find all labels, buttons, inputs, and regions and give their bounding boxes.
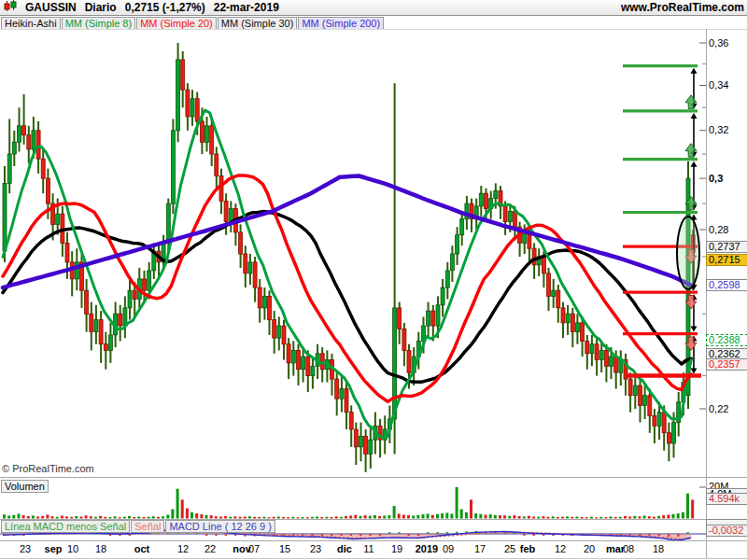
- volume-pane-label[interactable]: Volumen: [1, 480, 49, 493]
- x-axis-tick-label: 19: [381, 543, 413, 554]
- x-axis-tick-label: 22: [194, 543, 226, 554]
- price-level-label-02598[interactable]: 0,2598: [706, 279, 747, 291]
- y-axis-tick-label: 0,34: [709, 79, 728, 91]
- y-axis-tick-label: 0,36: [709, 37, 728, 49]
- x-axis-tick-label: 15: [269, 543, 301, 554]
- macd-legend-item[interactable]: Línea MACD menos Señal: [1, 520, 130, 533]
- x-axis-tick-label: 18: [642, 543, 674, 554]
- x-axis-tick-label: 23: [9, 543, 41, 554]
- prorealtime-chart-window: GAUSSIN Diario 0,2715 (-1,27%) 22-mar-20…: [0, 0, 747, 560]
- macd-last-value-label: -0,0032: [706, 525, 747, 537]
- y-axis-tick-label: 0,32: [709, 124, 728, 135]
- y-axis-tick-label: 0,3: [709, 173, 723, 184]
- price-level-label-02357[interactable]: 0,2357: [706, 358, 747, 371]
- macd-legend-item[interactable]: MACD Line ( 12 26 9 ): [165, 520, 275, 533]
- x-axis-tick-label: oct: [126, 543, 158, 554]
- x-axis-tick-label: feb: [512, 543, 543, 554]
- price-chart-canvas[interactable]: [0, 0, 747, 560]
- x-axis-tick-label: 10: [57, 543, 89, 554]
- price-level-label-02715[interactable]: 0,2715: [706, 254, 747, 266]
- price-level-label-02388[interactable]: 0.2388: [706, 334, 747, 346]
- x-axis-tick-label: 17: [464, 543, 496, 554]
- y-axis-tick-label: 0,28: [709, 224, 728, 235]
- x-axis-tick-label: 23: [300, 543, 331, 554]
- x-axis-tick-label: 12: [544, 543, 576, 554]
- copyright-watermark: © ProRealTime.com: [2, 463, 94, 474]
- macd-pane-legend: Línea MACD menos SeñalSeñalMACD Line ( 1…: [1, 520, 275, 533]
- y-axis-tick-label: 0,22: [709, 403, 728, 414]
- volume-last-value-label: 4.594k: [706, 493, 747, 505]
- price-level-label-02737[interactable]: 0,2737: [706, 241, 747, 253]
- x-axis-tick-label: 18: [85, 543, 117, 554]
- x-axis-tick-label: 08: [613, 543, 644, 554]
- volume-pane-label-text: Volumen: [5, 481, 45, 492]
- x-axis-tick-label: 07: [238, 543, 270, 554]
- x-axis-tick-label: 11: [353, 543, 385, 554]
- x-axis-tick-label: 09: [432, 543, 464, 554]
- macd-legend-item[interactable]: Señal: [131, 520, 164, 533]
